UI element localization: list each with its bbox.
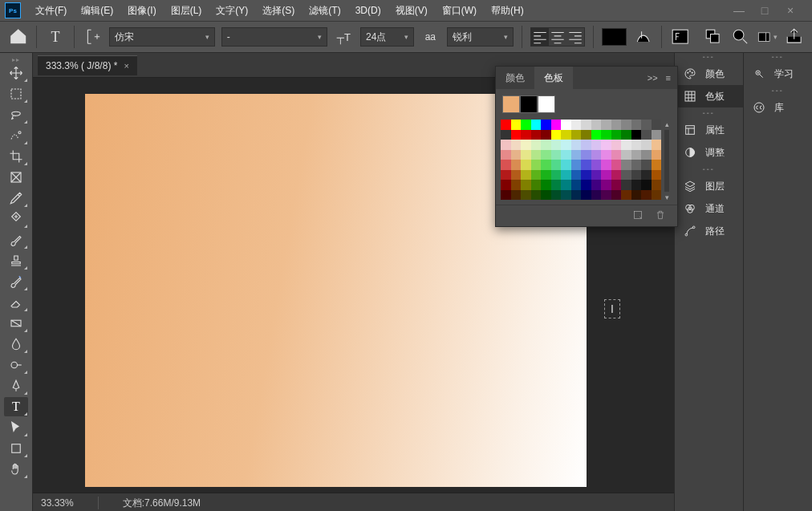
document-tab[interactable]: 333.3% ( J/8/8) * × [38, 55, 137, 75]
menu-type[interactable]: 文字(Y) [209, 1, 254, 21]
swatch-cell[interactable] [601, 150, 611, 160]
swatch-cell[interactable] [601, 180, 611, 190]
quick-select-tool[interactable] [4, 126, 28, 145]
swatch-cell[interactable] [541, 130, 551, 140]
swatch-cell[interactable] [531, 140, 542, 150]
blur-tool[interactable] [4, 335, 28, 354]
swatch-cell[interactable] [611, 150, 622, 160]
current-swatch[interactable] [538, 95, 555, 113]
swatch-cell[interactable] [521, 180, 531, 190]
swatch-cell[interactable] [601, 140, 611, 150]
swatch-cell[interactable] [591, 130, 602, 140]
swatch-cell[interactable] [631, 160, 642, 170]
path-select-tool[interactable] [4, 418, 28, 437]
swatch-cell[interactable] [571, 170, 582, 180]
swatch-cell[interactable] [591, 180, 602, 190]
panel-learn[interactable]: 学习 [744, 63, 812, 85]
swatch-cell[interactable] [531, 150, 542, 160]
swatch-cell[interactable] [561, 120, 571, 130]
swatch-cell[interactable] [541, 190, 551, 201]
anti-alias-select[interactable]: 锐利▾ [447, 27, 514, 47]
status-docinfo[interactable]: 文档:7.66M/9.13M [123, 497, 201, 510]
swatch-cell[interactable] [641, 180, 652, 190]
swatch-cell[interactable] [541, 140, 551, 150]
warp-text-button[interactable] [633, 26, 653, 48]
swatch-cell[interactable] [601, 120, 611, 130]
text-orientation-button[interactable] [83, 26, 103, 48]
type-tool[interactable]: T [4, 397, 28, 416]
swatch-cell[interactable] [521, 130, 531, 140]
shape-tool[interactable] [4, 439, 28, 458]
3d-button[interactable] [703, 26, 723, 48]
swatch-cell[interactable] [551, 190, 562, 201]
swatch-cell[interactable] [641, 190, 652, 201]
swatch-cell[interactable] [631, 140, 642, 150]
swatch-cell[interactable] [611, 170, 622, 180]
font-family-select[interactable]: 仿宋▾ [109, 27, 215, 47]
panel-color[interactable]: 颜色 [675, 63, 743, 85]
swatch-cell[interactable] [581, 130, 591, 140]
swatch-cell[interactable] [511, 170, 522, 180]
panel-properties[interactable]: 属性 [675, 119, 743, 141]
hand-tool[interactable] [4, 460, 28, 479]
swatch-cell[interactable] [591, 160, 602, 170]
align-left-button[interactable] [531, 28, 549, 46]
menu-view[interactable]: 视图(V) [389, 1, 434, 21]
frame-tool[interactable] [4, 168, 28, 187]
search-button[interactable] [730, 26, 750, 48]
panel-libraries[interactable]: 库 [744, 96, 812, 119]
swatch-cell[interactable] [591, 140, 602, 150]
swatch-cell[interactable] [652, 130, 662, 140]
swatch-cell[interactable] [551, 140, 562, 150]
current-swatch[interactable] [502, 95, 520, 113]
swatch-cell[interactable] [571, 140, 582, 150]
swatch-cell[interactable] [621, 140, 631, 150]
swatch-cell[interactable] [571, 180, 582, 190]
swatch-cell[interactable] [621, 120, 631, 130]
swatch-cell[interactable] [561, 150, 571, 160]
swatch-cell[interactable] [511, 150, 522, 160]
swatch-cell[interactable] [641, 120, 652, 130]
swatch-cell[interactable] [641, 160, 652, 170]
menu-3d[interactable]: 3D(D) [349, 2, 388, 19]
swatch-cell[interactable] [521, 150, 531, 160]
swatch-cell[interactable] [581, 190, 591, 201]
swatch-cell[interactable] [501, 130, 511, 140]
swatch-cell[interactable] [541, 180, 551, 190]
swatch-cell[interactable] [652, 170, 662, 180]
swatch-cell[interactable] [601, 190, 611, 201]
swatch-cell[interactable] [581, 170, 591, 180]
menu-select[interactable]: 选择(S) [256, 1, 301, 21]
swatch-cell[interactable] [581, 180, 591, 190]
swatch-cell[interactable] [631, 190, 642, 201]
swatch-cell[interactable] [581, 140, 591, 150]
swatch-cell[interactable] [571, 120, 582, 130]
healing-tool[interactable] [4, 209, 28, 229]
history-brush-tool[interactable] [4, 272, 28, 291]
swatch-cell[interactable] [561, 130, 571, 140]
swatch-cell[interactable] [501, 150, 511, 160]
swatch-cell[interactable] [611, 130, 622, 140]
panel-swatches[interactable]: 色板 [675, 85, 743, 107]
swatches-panel-collapse-button[interactable]: >> [648, 73, 658, 83]
swatch-cell[interactable] [511, 120, 522, 130]
swatch-scrollbar[interactable]: ▴▾ [661, 120, 672, 205]
brush-tool[interactable] [4, 230, 28, 249]
swatch-cell[interactable] [541, 120, 551, 130]
swatch-cell[interactable] [511, 190, 522, 201]
text-color-swatch[interactable] [602, 28, 627, 46]
swatch-cell[interactable] [501, 140, 511, 150]
swatch-cell[interactable] [652, 120, 662, 130]
swatch-cell[interactable] [591, 190, 602, 201]
swatch-cell[interactable] [611, 180, 622, 190]
swatch-cell[interactable] [611, 140, 622, 150]
swatch-cell[interactable] [631, 130, 642, 140]
swatch-cell[interactable] [581, 160, 591, 170]
eyedropper-tool[interactable] [4, 189, 28, 208]
eraser-tool[interactable] [4, 293, 28, 312]
swatch-cell[interactable] [611, 160, 622, 170]
lasso-tool[interactable] [4, 105, 28, 124]
current-swatch[interactable] [520, 95, 538, 113]
swatch-cell[interactable] [621, 150, 631, 160]
swatch-cell[interactable] [501, 120, 511, 130]
